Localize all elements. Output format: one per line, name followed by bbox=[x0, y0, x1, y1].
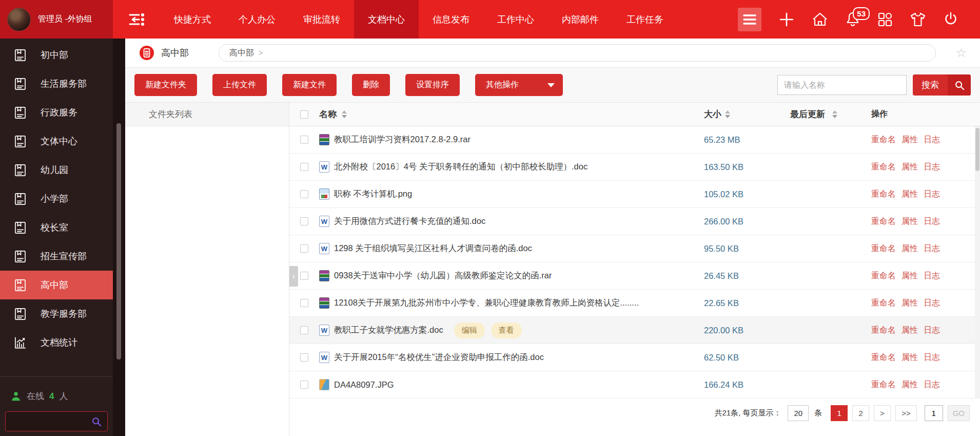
file-name[interactable]: 教职工培训学习资料2017.2.8-2.9.rar bbox=[334, 134, 471, 145]
log-link[interactable]: 日志 bbox=[924, 135, 940, 145]
row-checkbox[interactable] bbox=[300, 326, 308, 334]
table-row[interactable]: 职称 不考计算机.png 105.02 KB 重命名 属性 日志 bbox=[289, 181, 980, 208]
sidebar-search-input[interactable] bbox=[5, 411, 108, 431]
nav-item[interactable]: 文档中心 bbox=[354, 0, 419, 39]
file-name[interactable]: 北外附校〔2016〕4号 关于职务聘任的通知（初中部校长助理）.doc bbox=[334, 161, 587, 173]
log-link[interactable]: 日志 bbox=[924, 162, 940, 173]
table-row[interactable]: 0938关于送审中小学（幼儿园）高级教师鉴定论文的函.rar 26.45 KB … bbox=[289, 262, 980, 290]
row-checkbox[interactable] bbox=[300, 299, 308, 307]
search-button[interactable]: 搜索 bbox=[913, 74, 971, 96]
toolbar-button[interactable]: 新建文件 bbox=[282, 74, 337, 96]
rename-link[interactable]: 重命名 bbox=[871, 352, 896, 363]
add-icon[interactable] bbox=[778, 11, 795, 28]
log-link[interactable]: 日志 bbox=[924, 352, 940, 363]
nav-item[interactable]: 内部邮件 bbox=[548, 0, 613, 39]
row-checkbox[interactable] bbox=[300, 353, 308, 362]
breadcrumb[interactable]: 高中部 > bbox=[219, 44, 936, 62]
sidebar-item[interactable]: 文体中心 bbox=[0, 127, 113, 156]
sidebar-item[interactable]: 幼儿园 bbox=[0, 156, 113, 184]
log-link[interactable]: 日志 bbox=[924, 325, 940, 336]
properties-link[interactable]: 属性 bbox=[901, 216, 918, 227]
row-checkbox[interactable] bbox=[300, 381, 308, 389]
theme-shirt-icon[interactable] bbox=[910, 12, 926, 27]
table-row[interactable]: 关于开展2015年“名校优生”进企业资助申报工作的函.doc 62.50 KB … bbox=[289, 344, 980, 371]
file-name[interactable]: 职称 不考计算机.png bbox=[334, 188, 412, 200]
sidebar-item[interactable]: 招生宣传部 bbox=[0, 242, 113, 271]
sidebar-scrollbar-thumb[interactable] bbox=[116, 123, 121, 359]
properties-link[interactable]: 属性 bbox=[901, 352, 918, 363]
row-badge[interactable]: 编辑 bbox=[454, 323, 485, 338]
rename-link[interactable]: 重命名 bbox=[871, 189, 896, 200]
row-checkbox[interactable] bbox=[300, 190, 308, 198]
rename-link[interactable]: 重命名 bbox=[871, 380, 896, 390]
rename-link[interactable]: 重命名 bbox=[871, 298, 896, 309]
properties-link[interactable]: 属性 bbox=[901, 135, 918, 145]
toolbar-button[interactable]: 新建文件夹 bbox=[134, 74, 197, 96]
log-link[interactable]: 日志 bbox=[924, 298, 940, 309]
nav-item[interactable]: 快捷方式 bbox=[160, 0, 225, 39]
row-checkbox[interactable] bbox=[300, 272, 308, 280]
table-row[interactable]: DA4A8097.JPG 166.24 KB 重命名 属性 日志 bbox=[289, 371, 980, 399]
rename-link[interactable]: 重命名 bbox=[871, 135, 896, 145]
log-link[interactable]: 日志 bbox=[924, 380, 940, 390]
select-all-checkbox[interactable] bbox=[300, 110, 308, 119]
breadcrumb-item[interactable]: 高中部 bbox=[229, 48, 254, 59]
log-link[interactable]: 日志 bbox=[924, 216, 940, 227]
nav-item[interactable]: 工作任务 bbox=[613, 0, 677, 39]
favorite-star-icon[interactable]: ☆ bbox=[955, 47, 967, 59]
notifications-button[interactable]: 53 bbox=[845, 11, 860, 28]
file-name[interactable]: 1298 关于组织填写吴江区社科人才调查问卷的函.doc bbox=[334, 243, 532, 254]
log-link[interactable]: 日志 bbox=[924, 189, 940, 200]
page-button-2[interactable]: 2 bbox=[852, 405, 869, 421]
user-box[interactable]: 管理员 -外协组 bbox=[0, 0, 113, 39]
apps-menu-button[interactable] bbox=[738, 8, 761, 31]
page-button-1[interactable]: 1 bbox=[831, 405, 848, 421]
table-row[interactable]: 1298 关于组织填写吴江区社科人才调查问卷的函.doc 95.50 KB 重命… bbox=[289, 235, 980, 262]
row-checkbox[interactable] bbox=[300, 244, 308, 253]
properties-link[interactable]: 属性 bbox=[901, 271, 918, 281]
table-row[interactable]: 12108关于开展第九批苏州市中小学专、兼职心理健康教育教师上岗资格认定....… bbox=[289, 290, 980, 317]
table-row[interactable]: 北外附校〔2016〕4号 关于职务聘任的通知（初中部校长助理）.doc 163.… bbox=[289, 154, 980, 181]
file-name[interactable]: 教职工子女就学优惠方案.doc bbox=[334, 325, 443, 336]
next-page-button[interactable]: > bbox=[874, 405, 891, 421]
file-name[interactable]: 12108关于开展第九批苏州市中小学专、兼职心理健康教育教师上岗资格认定....… bbox=[334, 297, 639, 309]
panel-collapse-handle[interactable]: ‹ bbox=[289, 266, 298, 287]
file-name[interactable]: DA4A8097.JPG bbox=[334, 380, 394, 390]
sidebar-item[interactable]: 校长室 bbox=[0, 213, 113, 242]
table-row[interactable]: 教职工子女就学优惠方案.doc 编辑查看 220.00 KB 重命名 属性 日志 bbox=[289, 317, 980, 344]
sidebar-item[interactable]: 初中部 bbox=[0, 41, 113, 69]
table-scrollbar-thumb[interactable] bbox=[975, 128, 979, 171]
sort-icon[interactable] bbox=[342, 110, 347, 118]
file-name[interactable]: 0938关于送审中小学（幼儿园）高级教师鉴定论文的函.rar bbox=[334, 270, 552, 281]
properties-link[interactable]: 属性 bbox=[901, 298, 918, 309]
sidebar-item[interactable]: 小学部 bbox=[0, 184, 113, 213]
sidebar-item[interactable]: 文档统计 bbox=[0, 328, 113, 357]
properties-link[interactable]: 属性 bbox=[901, 162, 918, 173]
last-page-button[interactable]: >> bbox=[895, 405, 917, 421]
apps-grid-icon[interactable] bbox=[877, 12, 893, 27]
power-icon[interactable] bbox=[943, 11, 958, 28]
sort-icon[interactable] bbox=[832, 110, 837, 118]
sidebar-item[interactable]: 教学服务部 bbox=[0, 299, 113, 328]
page-size-box[interactable]: 20 bbox=[788, 405, 809, 421]
toolbar-button[interactable]: 上传文件 bbox=[212, 74, 267, 96]
rename-link[interactable]: 重命名 bbox=[871, 162, 896, 173]
nav-item[interactable]: 信息发布 bbox=[419, 0, 483, 39]
toolbar-button[interactable]: 删除 bbox=[352, 74, 390, 96]
toolbar-button[interactable]: 设置排序 bbox=[405, 74, 460, 96]
sidebar-item[interactable]: 行政服务 bbox=[0, 98, 113, 127]
row-badge[interactable]: 查看 bbox=[491, 323, 522, 338]
sort-icon[interactable] bbox=[725, 110, 730, 118]
home-icon[interactable] bbox=[812, 11, 828, 28]
rename-link[interactable]: 重命名 bbox=[871, 243, 896, 254]
table-row[interactable]: 教职工培训学习资料2017.2.8-2.9.rar 65.23 MB 重命名 属… bbox=[289, 126, 980, 154]
file-name[interactable]: 关于开展2015年“名校优生”进企业资助申报工作的函.doc bbox=[334, 352, 544, 363]
log-link[interactable]: 日志 bbox=[924, 243, 940, 254]
go-button[interactable]: GO bbox=[948, 405, 970, 421]
sidebar-item[interactable]: 生活服务部 bbox=[0, 69, 113, 98]
properties-link[interactable]: 属性 bbox=[901, 243, 918, 254]
properties-link[interactable]: 属性 bbox=[901, 189, 918, 200]
table-row[interactable]: 关于用微信方式进行餐卡充值的通知.doc 266.00 KB 重命名 属性 日志 bbox=[289, 208, 980, 235]
nav-item[interactable]: 审批流转 bbox=[289, 0, 354, 39]
nav-item[interactable]: 工作中心 bbox=[483, 0, 548, 39]
